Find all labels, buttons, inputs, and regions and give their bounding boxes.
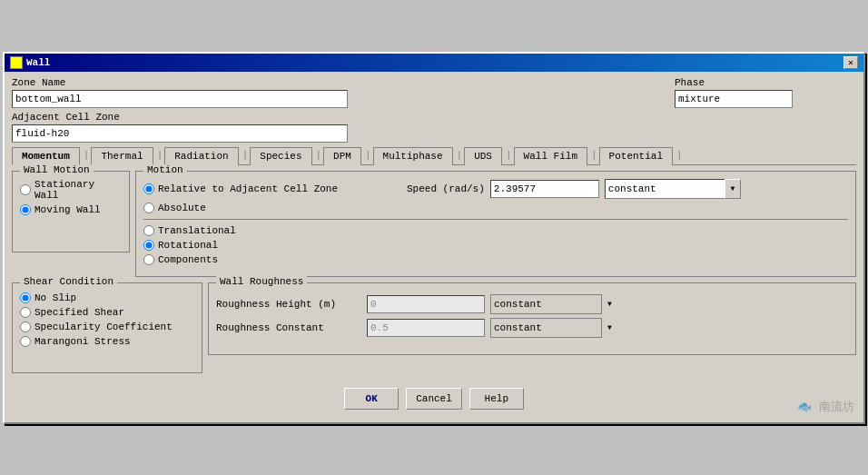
roughness-content: Roughness Height (m) ▼ Roughness Constan… [216,294,848,338]
relative-option[interactable]: Relative to Adjacent Cell Zone [143,183,398,194]
motion-content: Relative to Adjacent Cell Zone Speed (ra… [143,179,848,265]
right-panel: Motion Relative to Adjacent Cell Zone Sp… [135,171,856,282]
window-icon [10,56,23,69]
relative-label: Relative to Adjacent Cell Zone [158,183,338,194]
rotational-radio[interactable] [143,240,154,251]
shear-condition-group: Shear Condition No Slip Specified Shear [12,282,202,373]
shear-options: No Slip Specified Shear Specularity Coef… [20,292,194,347]
roughness-height-row: Roughness Height (m) ▼ [216,294,848,314]
absolute-row: Absolute [143,203,848,213]
components-label: Components [158,254,218,265]
components-option[interactable]: Components [143,254,218,265]
tab-dpm[interactable]: DPM [323,147,361,165]
tab-wall-film[interactable]: Wall Film [514,147,587,165]
marangoni-stress-option[interactable]: Marangoni Stress [20,336,194,347]
motion-group: Motion Relative to Adjacent Cell Zone Sp… [135,171,856,277]
absolute-radio[interactable] [143,203,154,213]
no-slip-label: No Slip [35,292,76,303]
roughness-height-dropdown-wrapper: ▼ [490,294,617,314]
stationary-wall-radio[interactable] [20,184,31,195]
top-form-row: Zone Name Phase [12,77,856,108]
absolute-option[interactable]: Absolute [143,203,206,213]
speed-input[interactable] [490,180,599,198]
specified-shear-option[interactable]: Specified Shear [20,307,194,318]
wall-roughness-title: Wall Roughness [216,276,307,287]
phase-input[interactable] [675,90,793,108]
phase-label: Phase [675,77,856,88]
tab-momentum[interactable]: Momentum [12,147,80,165]
roughness-constant-dropdown-wrapper: ▼ [490,318,617,338]
button-row: OK Cancel Help [12,388,856,415]
rotational-row: Rotational [143,240,848,251]
roughness-constant-label: Roughness Constant [216,322,361,333]
roughness-constant-row: Roughness Constant ▼ [216,318,848,338]
moving-wall-radio[interactable] [20,204,31,215]
specularity-coeff-label: Specularity Coefficient [35,322,173,332]
moving-wall-option[interactable]: Moving Wall [20,204,122,215]
title-bar: Wall ✕ [5,54,863,72]
wall-roughness-panel: Wall Roughness Roughness Height (m) ▼ [208,282,856,379]
speed-dropdown-wrapper: ▼ [605,179,741,199]
motion-title: Motion [143,164,187,175]
main-panel: Wall Motion Stationary Wall Moving Wall [12,171,856,282]
tab-thermal[interactable]: Thermal [91,147,153,165]
zone-name-group: Zone Name [12,77,656,108]
ok-button[interactable]: OK [344,388,399,410]
phase-group: Phase [675,77,856,108]
adjacent-cell-zone-input[interactable] [12,124,348,143]
tab-multiphase[interactable]: Multiphase [373,147,453,165]
help-button[interactable]: Help [469,388,524,410]
marangoni-stress-label: Marangoni Stress [35,336,131,347]
translational-radio[interactable] [143,225,154,236]
rotational-option[interactable]: Rotational [143,240,218,251]
specified-shear-radio[interactable] [20,307,31,318]
no-slip-option[interactable]: No Slip [20,292,194,303]
wall-motion-group: Wall Motion Stationary Wall Moving Wall [12,171,130,252]
stationary-wall-option[interactable]: Stationary Wall [20,179,122,201]
adjacent-cell-zone-group: Adjacent Cell Zone [12,112,856,143]
watermark-icon: 🐟 [797,401,812,414]
zone-name-label: Zone Name [12,77,656,88]
window-title: Wall [26,57,50,68]
bottom-panels: Shear Condition No Slip Specified Shear [12,282,856,379]
components-radio[interactable] [143,254,154,265]
relative-radio[interactable] [143,183,154,194]
close-button[interactable]: ✕ [843,56,858,69]
roughness-constant-dropdown[interactable] [490,318,617,338]
window-content: Zone Name Phase Adjacent Cell Zone Momen… [5,72,863,422]
moving-wall-label: Moving Wall [35,204,101,215]
adjacent-cell-zone-label: Adjacent Cell Zone [12,112,856,123]
translational-option[interactable]: Translational [143,225,236,236]
wall-motion-options: Stationary Wall Moving Wall [20,179,122,215]
roughness-constant-input[interactable] [367,319,485,337]
wall-motion-title: Wall Motion [20,164,94,175]
speed-dropdown[interactable] [605,179,741,199]
zone-name-input[interactable] [12,90,348,108]
tab-potential[interactable]: Potential [599,147,673,165]
absolute-label: Absolute [158,203,206,213]
tab-radiation[interactable]: Radiation [164,147,238,165]
specularity-coeff-radio[interactable] [20,322,31,332]
roughness-height-dropdown[interactable] [490,294,617,314]
no-slip-radio[interactable] [20,292,31,303]
tab-uds[interactable]: UDS [464,147,502,165]
marangoni-stress-radio[interactable] [20,336,31,347]
translational-row: Translational [143,225,848,236]
tabs-row: Momentum | Thermal | Radiation | Species… [12,146,856,165]
motion-divider [143,219,848,220]
roughness-height-input[interactable] [367,295,485,313]
tab-species[interactable]: Species [250,147,311,165]
relative-row: Relative to Adjacent Cell Zone Speed (ra… [143,179,848,199]
shear-condition-panel: Shear Condition No Slip Specified Shear [12,282,202,379]
specularity-coeff-option[interactable]: Specularity Coefficient [20,322,194,332]
specified-shear-label: Specified Shear [35,307,124,318]
wall-motion-panel: Wall Motion Stationary Wall Moving Wall [12,171,130,282]
rotational-label: Rotational [158,240,218,251]
stationary-wall-label: Stationary Wall [35,179,122,201]
watermark-text: 南流坊 [819,401,854,414]
translational-label: Translational [158,225,236,236]
roughness-height-label: Roughness Height (m) [216,299,361,310]
title-bar-left: Wall [10,56,50,69]
speed-label: Speed (rad/s) [407,183,485,194]
cancel-button[interactable]: Cancel [406,388,462,410]
